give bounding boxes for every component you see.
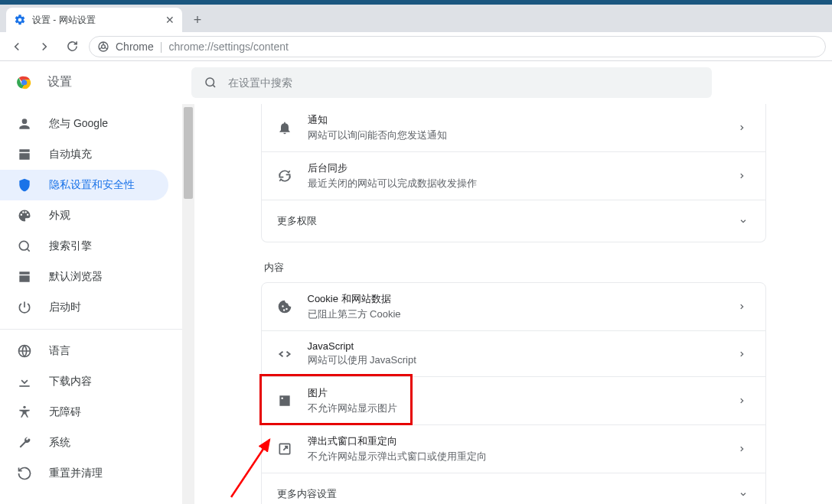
row-subtitle: 已阻止第三方 Cookie: [308, 307, 723, 321]
svg-point-8: [23, 406, 25, 408]
row-title: 后台同步: [308, 161, 723, 175]
chevron-down-icon: [738, 217, 750, 225]
sidebar-item-label: 外观: [49, 209, 70, 223]
setting-row-image[interactable]: 图片不允许网站显示图片: [262, 376, 765, 424]
svg-point-9: [281, 397, 283, 399]
sidebar-item-accessibility[interactable]: 无障碍: [0, 397, 168, 428]
row-title: 弹出式窗口和重定向: [308, 434, 723, 448]
row-title: Cookie 和网站数据: [308, 292, 723, 306]
cookie-icon: [277, 299, 292, 314]
tab-title: 设置 - 网站设置: [32, 14, 159, 27]
settings-header: 设置: [0, 61, 832, 104]
address-bar[interactable]: Chrome | chrome://settings/content: [89, 36, 826, 57]
sidebar-item-label: 重置并清理: [49, 467, 103, 480]
sidebar-item-power[interactable]: 启动时: [0, 292, 168, 323]
sidebar-item-label: 自动填充: [49, 148, 92, 161]
chevron-right-icon: [738, 349, 750, 359]
back-button[interactable]: [6, 36, 28, 57]
globe-icon: [17, 343, 32, 359]
sidebar-scrollbar[interactable]: [182, 104, 194, 504]
sidebar-divider: [0, 329, 182, 330]
palette-icon: [17, 208, 32, 223]
sidebar-scroll-thumb[interactable]: [184, 107, 193, 199]
wrench-icon: [17, 435, 32, 450]
more-content-label: 更多内容设置: [277, 487, 337, 501]
sidebar-item-globe[interactable]: 语言: [0, 336, 168, 366]
forward-button[interactable]: [34, 36, 55, 57]
row-title: 图片: [308, 386, 723, 400]
chevron-down-icon: [738, 490, 750, 498]
svg-point-6: [19, 241, 28, 250]
omnibox-url: chrome://settings/content: [168, 41, 288, 53]
sidebar-item-label: 无障碍: [49, 405, 81, 419]
close-tab-icon[interactable]: ✕: [165, 15, 175, 25]
more-content-row[interactable]: 更多内容设置: [262, 473, 765, 504]
sidebar-item-wrench[interactable]: 系统: [0, 428, 168, 458]
more-permissions-row[interactable]: 更多权限: [262, 200, 765, 242]
row-subtitle: 网站可以询问能否向您发送通知: [308, 128, 723, 142]
sidebar-item-label: 默认浏览器: [49, 270, 103, 284]
settings-search[interactable]: [191, 67, 712, 98]
sidebar-item-browser[interactable]: 默认浏览器: [0, 262, 168, 292]
bell-icon: [277, 120, 292, 135]
sidebar-item-person[interactable]: 您与 Google: [0, 109, 168, 139]
popup-icon: [277, 441, 292, 457]
row-subtitle: 网站可以使用 JavaScript: [308, 353, 723, 367]
svg-point-5: [206, 78, 214, 86]
chevron-right-icon: [738, 444, 750, 454]
shield-icon: [17, 177, 32, 193]
page-title: 设置: [47, 74, 72, 90]
sidebar-item-palette[interactable]: 外观: [0, 200, 168, 231]
chevron-right-icon: [738, 395, 750, 406]
new-tab-button[interactable]: +: [187, 9, 208, 31]
more-permissions-label: 更多权限: [277, 214, 317, 228]
download-icon: [17, 374, 32, 389]
setting-row-code[interactable]: JavaScript网站可以使用 JavaScript: [262, 330, 765, 376]
row-subtitle: 不允许网站显示图片: [308, 402, 723, 415]
sidebar: 您与 Google自动填充隐私设置和安全性外观搜索引擎默认浏览器启动时语言下载内…: [0, 104, 182, 504]
setting-row-sync[interactable]: 后台同步最近关闭的网站可以完成数据收发操作: [262, 151, 765, 200]
sidebar-item-label: 隐私设置和安全性: [49, 178, 135, 192]
setting-row-cookie[interactable]: Cookie 和网站数据已阻止第三方 Cookie: [262, 283, 765, 330]
sidebar-item-label: 您与 Google: [49, 117, 108, 131]
reset-icon: [17, 466, 32, 481]
search-icon: [17, 239, 32, 254]
setting-row-popup[interactable]: 弹出式窗口和重定向不允许网站显示弹出式窗口或使用重定向: [262, 424, 765, 473]
browser-toolbar: Chrome | chrome://settings/content: [0, 32, 832, 61]
chevron-right-icon: [738, 301, 750, 312]
sidebar-item-download[interactable]: 下载内容: [0, 366, 168, 397]
chrome-security-icon: [97, 41, 109, 53]
browser-tab[interactable]: 设置 - 网站设置 ✕: [6, 8, 182, 32]
chrome-logo-icon: [15, 73, 34, 92]
reload-button[interactable]: [61, 36, 83, 57]
sidebar-item-label: 系统: [49, 436, 70, 450]
power-icon: [17, 300, 32, 315]
chevron-right-icon: [738, 171, 750, 181]
search-icon: [204, 76, 217, 89]
accessibility-icon: [17, 405, 32, 420]
sidebar-item-label: 搜索引擎: [49, 239, 92, 253]
sidebar-item-shield[interactable]: 隐私设置和安全性: [0, 170, 168, 200]
settings-search-input[interactable]: [228, 76, 700, 89]
setting-row-bell[interactable]: 通知网站可以询问能否向您发送通知: [262, 104, 765, 151]
sidebar-item-search[interactable]: 搜索引擎: [0, 231, 168, 262]
row-subtitle: 不允许网站显示弹出式窗口或使用重定向: [308, 450, 723, 463]
image-icon: [277, 393, 292, 408]
chevron-right-icon: [738, 122, 750, 133]
row-title: 通知: [308, 113, 723, 127]
omnibox-label: Chrome: [116, 41, 154, 53]
omnibox-separator: |: [160, 41, 163, 53]
main-content: 通知网站可以询问能否向您发送通知后台同步最近关闭的网站可以完成数据收发操作更多权…: [194, 104, 832, 504]
tab-bar: 设置 - 网站设置 ✕ +: [0, 5, 832, 32]
row-subtitle: 最近关闭的网站可以完成数据收发操作: [308, 177, 723, 190]
sidebar-item-label: 启动时: [49, 301, 81, 314]
content-section-heading: 内容: [261, 261, 766, 282]
sync-icon: [277, 168, 292, 184]
sidebar-item-label: 下载内容: [49, 375, 92, 389]
row-title: JavaScript: [308, 340, 723, 352]
code-icon: [277, 346, 292, 362]
browser-icon: [17, 269, 32, 285]
sidebar-item-autofill[interactable]: 自动填充: [0, 139, 168, 170]
sidebar-item-reset[interactable]: 重置并清理: [0, 458, 168, 489]
person-icon: [17, 116, 32, 132]
